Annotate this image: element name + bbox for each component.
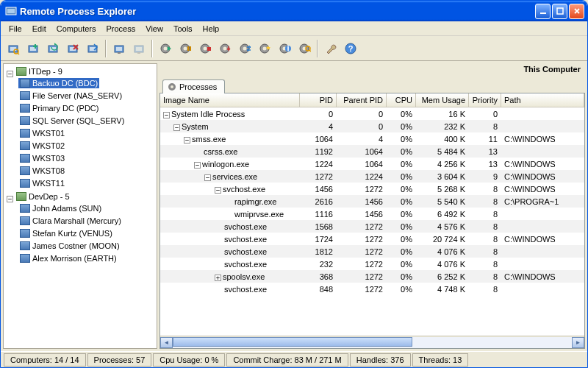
tree-computer[interactable]: WKST03 (18, 153, 66, 163)
scroll-track[interactable] (173, 337, 572, 348)
menu-edit[interactable]: Edit (27, 23, 51, 35)
gear-pause-button[interactable] (176, 39, 195, 58)
column-header[interactable]: CPU (387, 93, 416, 107)
cell-path (501, 213, 584, 215)
tree-computer[interactable]: Clara Marshall (Mercury) (18, 216, 123, 226)
expand-toggle[interactable]: − (215, 187, 221, 194)
tree-group[interactable]: ITDep - 9 (15, 66, 64, 77)
menu-view[interactable]: View (140, 23, 168, 35)
column-header[interactable]: Image Name (160, 93, 300, 107)
process-row[interactable]: −System400%232 K8 (160, 120, 584, 132)
horizontal-scrollbar[interactable]: ◄ ► (160, 336, 584, 348)
tab-processes[interactable]: Processes (162, 79, 225, 93)
gear-play-button[interactable] (156, 39, 175, 58)
tree-computer[interactable]: Backuo DC (BDC) (18, 78, 99, 88)
gear-info-button[interactable]: i (275, 39, 294, 58)
process-row[interactable]: −smss.exe106440%400 K11C:\WINDOWS (160, 132, 584, 145)
scroll-right-button[interactable]: ► (572, 337, 584, 348)
process-row[interactable]: svchost.exe84812720%4 748 K8 (160, 283, 584, 295)
expand-toggle[interactable]: − (7, 71, 13, 77)
column-header[interactable]: Mem Usage (416, 93, 469, 107)
computer-icon (20, 79, 30, 88)
help-button[interactable]: ? (341, 39, 360, 58)
tree-label: Backuo DC (BDC) (32, 79, 98, 88)
process-row[interactable]: svchost.exe156812720%4 576 K8 (160, 220, 584, 233)
monitor-button[interactable] (110, 39, 129, 58)
menu-computers[interactable]: Computers (51, 23, 101, 35)
expand-toggle[interactable]: − (194, 162, 201, 169)
column-header[interactable]: Path (501, 93, 584, 107)
gear-swap-button[interactable] (235, 39, 254, 58)
toolbar: i? (1, 36, 587, 61)
process-row[interactable]: −services.exe127212240%3 604 K9C:\WINDOW… (160, 170, 584, 183)
process-name: svchost.exe (224, 235, 267, 244)
process-row[interactable]: −svchost.exe145612720%5 268 K8C:\WINDOWS (160, 183, 584, 195)
column-header[interactable]: Parent PID (337, 93, 387, 107)
tree-computer[interactable]: James Costner (MOON) (18, 241, 121, 251)
process-row[interactable]: wmiprvse.exe111614560%6 492 K8 (160, 208, 584, 220)
expand-toggle[interactable]: − (204, 174, 211, 181)
process-row[interactable]: −winlogon.exe122410640%4 256 K13C:\WINDO… (160, 158, 584, 170)
gear-down-button[interactable] (215, 39, 234, 58)
menu-process[interactable]: Process (101, 23, 141, 35)
expand-toggle[interactable]: − (184, 137, 190, 144)
grid-body[interactable]: −System Idle Process000%16 K0−System400%… (160, 107, 584, 336)
minimize-button[interactable] (535, 4, 551, 19)
tree-computer[interactable]: File Server (NAS_SERV) (18, 91, 123, 101)
refresh-computer-button[interactable] (43, 39, 62, 58)
svg-point-36 (263, 46, 267, 50)
column-header[interactable]: PID (300, 93, 337, 107)
svg-rect-17 (116, 47, 122, 51)
cell-cpu: 0% (387, 109, 416, 119)
tree-computer[interactable]: Stefan Kurtz (VENUS) (18, 228, 114, 238)
scroll-thumb[interactable] (173, 337, 412, 347)
process-row[interactable]: svchost.exe172412720%20 724 K8C:\WINDOWS (160, 233, 584, 245)
close-button[interactable] (569, 4, 584, 19)
expand-toggle[interactable]: − (7, 196, 13, 202)
add-computer-button[interactable] (24, 39, 43, 58)
expand-toggle[interactable]: − (173, 124, 180, 131)
tree-computer[interactable]: WKST08 (18, 166, 66, 176)
column-header[interactable]: Priority (469, 93, 501, 107)
wrench-button[interactable] (321, 39, 340, 58)
process-row[interactable]: svchost.exe181212720%4 076 K8 (160, 245, 584, 258)
tree-computer[interactable]: WKST11 (18, 178, 66, 188)
menu-file[interactable]: File (4, 23, 27, 35)
tree-computer[interactable]: Alex Morrison (EARTH) (18, 253, 118, 263)
cell-pr: 13 (469, 159, 501, 169)
gear-star-button[interactable] (255, 39, 274, 58)
tree-computer[interactable]: WKST01 (18, 128, 66, 138)
cell-pid: 848 (300, 284, 337, 294)
tree-group[interactable]: DevDep - 5 (15, 191, 71, 202)
tree-label: Primary DC (PDC) (32, 104, 98, 113)
expand-toggle[interactable]: + (215, 275, 221, 281)
monitor-disabled-button[interactable] (129, 39, 148, 58)
tree-computer[interactable]: John Adams (SUN) (18, 203, 103, 213)
process-row[interactable]: rapimgr.exe261614560%5 540 K8C:\PROGRA~1 (160, 195, 584, 208)
process-row[interactable]: svchost.exe23212720%4 076 K8 (160, 258, 584, 270)
title-bar: Remote Process Explorer (1, 1, 587, 21)
maximize-button[interactable] (552, 4, 567, 19)
tree-computer[interactable]: WKST02 (18, 141, 66, 151)
scroll-left-button[interactable]: ◄ (160, 337, 173, 348)
computer-tree[interactable]: −ITDep - 9Backuo DC (BDC)File Server (NA… (3, 63, 157, 349)
process-row[interactable]: +spoolsv.exe36812720%6 252 K8C:\WINDOWS (160, 270, 584, 283)
svg-point-32 (223, 46, 227, 50)
cell-ppid: 1272 (337, 272, 387, 282)
process-row[interactable]: −System Idle Process000%16 K0 (160, 107, 584, 120)
refresh-computer-icon (46, 42, 60, 55)
cell-cpu: 0% (387, 247, 416, 257)
remove-computer-button[interactable] (63, 39, 82, 58)
tree-computer[interactable]: SQL Server (SQL_SERV) (18, 116, 126, 126)
find-computer-button[interactable] (4, 39, 23, 58)
expand-toggle[interactable]: − (163, 112, 170, 118)
tree-computer[interactable]: Primary DC (PDC) (18, 103, 100, 113)
cell-pid: 1812 (300, 247, 337, 257)
gear-stop-button[interactable] (196, 39, 215, 58)
gear-find-button[interactable] (295, 39, 314, 58)
menu-help[interactable]: Help (198, 23, 225, 35)
process-row[interactable]: csrss.exe119210640%5 484 K13 (160, 145, 584, 158)
connect-computer-button[interactable] (83, 39, 102, 58)
cell-ppid: 1064 (337, 146, 387, 157)
menu-tools[interactable]: Tools (168, 23, 198, 35)
